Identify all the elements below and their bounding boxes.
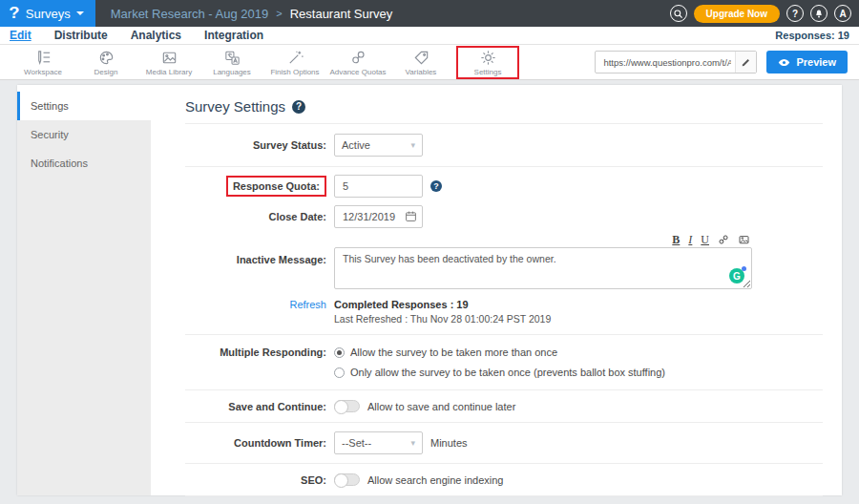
settings-gear-icon: [479, 49, 497, 67]
response-quota-input[interactable]: [334, 175, 423, 198]
languages-icon: [223, 49, 241, 67]
countdown-timer-label: Countdown Timer:: [185, 437, 326, 449]
account-avatar[interactable]: A: [834, 5, 851, 22]
toolbar-item-advance-quotas[interactable]: Advance Quotas: [326, 49, 389, 76]
responses-count[interactable]: Responses: 19: [775, 30, 849, 41]
refresh-link[interactable]: Refresh: [289, 299, 326, 310]
notifications-button[interactable]: [810, 5, 828, 22]
radio-unselected-icon[interactable]: [334, 368, 345, 378]
countdown-minutes-suffix: Minutes: [430, 437, 468, 449]
tab-distribute[interactable]: Distribute: [54, 29, 108, 42]
response-quota-label: Response Quota:: [226, 176, 326, 197]
save-continue-label: Save and Continue:: [185, 401, 326, 412]
toolbar-item-variables[interactable]: Variables: [389, 49, 452, 76]
radio-option-label: Allow the survey to be taken more than o…: [350, 346, 557, 358]
toolbar-label: Advance Quotas: [329, 68, 386, 76]
edit-url-button[interactable]: [735, 52, 756, 73]
breadcrumb-parent-link[interactable]: Market Research - Aug 2019: [111, 7, 268, 21]
save-continue-toggle[interactable]: [334, 400, 360, 412]
toolbar-label: Finish Options: [270, 68, 319, 76]
toolbar-label: Variables: [406, 68, 437, 76]
surveys-menu[interactable]: Surveys: [26, 7, 84, 21]
last-refreshed-text: Last Refreshed : Thu Nov 28 01:00:24 PST…: [334, 313, 551, 325]
response-quota-help-icon[interactable]: ?: [430, 180, 442, 192]
toolbar-item-media-library[interactable]: Media Library: [137, 49, 200, 76]
design-palette-icon: [97, 49, 115, 67]
toolbar-item-design[interactable]: Design: [74, 49, 137, 76]
settings-highlight-box: Settings: [456, 46, 519, 79]
settings-sidebar: Settings Security Notifications: [17, 85, 151, 495]
toolbar-item-settings[interactable]: Settings: [463, 49, 513, 76]
search-button[interactable]: [670, 5, 687, 22]
page-title: Survey Settings: [185, 98, 285, 115]
tab-integration[interactable]: Integration: [204, 29, 263, 42]
settings-panel: Settings Security Notifications Survey S…: [17, 85, 842, 495]
preview-button[interactable]: Preview: [766, 51, 848, 74]
bell-icon: [814, 9, 824, 19]
calendar-icon[interactable]: [405, 210, 417, 222]
radio-option-once-only[interactable]: Only allow the survey to be taken once (…: [334, 367, 665, 378]
seo-text: Allow search engine indexing: [367, 474, 503, 486]
toolbar-label: Media Library: [146, 68, 192, 76]
response-quota-label-wrap: Response Quota:: [185, 176, 326, 197]
survey-url-input[interactable]: [596, 57, 735, 68]
save-continue-text: Allow to save and continue later: [367, 401, 515, 412]
survey-toolbar: Workspace Design Media Library Languages: [0, 45, 859, 80]
question-icon: ?: [792, 9, 798, 19]
tab-analytics[interactable]: Analytics: [131, 29, 181, 42]
sidebar-item-settings[interactable]: Settings: [17, 92, 151, 120]
workspace-icon: [34, 49, 52, 67]
survey-status-select[interactable]: Active ▾: [334, 134, 423, 157]
avatar-letter: A: [839, 9, 846, 19]
countdown-timer-value: --Set--: [342, 437, 371, 449]
breadcrumb-separator: >: [276, 8, 282, 19]
eye-icon: [778, 58, 790, 67]
survey-settings-help-icon[interactable]: ?: [292, 100, 305, 114]
toolbar-label: Design: [94, 68, 118, 76]
advance-quotas-icon: [349, 49, 367, 67]
seo-toggle[interactable]: [334, 473, 360, 486]
toolbar-item-finish-options[interactable]: Finish Options: [263, 49, 326, 76]
media-library-icon: [160, 49, 178, 67]
app-logo-menu[interactable]: ? Surveys: [0, 0, 95, 27]
pencil-icon: [741, 57, 751, 68]
insert-image-button[interactable]: [738, 234, 750, 245]
toolbar-item-workspace[interactable]: Workspace: [11, 49, 74, 76]
breadcrumb: Market Research - Aug 2019 > Restaurant …: [111, 7, 393, 21]
preview-label: Preview: [796, 56, 836, 68]
insert-link-button[interactable]: [718, 234, 729, 245]
chevron-down-icon: [76, 11, 84, 15]
survey-status-value: Active: [342, 139, 370, 151]
chevron-down-icon: ▾: [410, 140, 415, 150]
surveys-menu-label: Surveys: [26, 7, 71, 21]
toolbar-item-languages[interactable]: Languages: [200, 49, 263, 76]
search-icon: [673, 9, 683, 19]
breadcrumb-current: Restaurant Survey: [290, 7, 393, 21]
tab-edit[interactable]: Edit: [10, 29, 31, 42]
completed-responses-text: Completed Responses : 19: [334, 299, 469, 310]
survey-status-label: Survey Status:: [185, 139, 326, 151]
settings-content: Survey Settings ? Survey Status: Active …: [151, 85, 842, 495]
survey-url-field: [595, 51, 757, 74]
seo-label: SEO:: [185, 474, 326, 486]
radio-option-multiple-allowed[interactable]: Allow the survey to be taken more than o…: [334, 346, 665, 358]
radio-option-label: Only allow the survey to be taken once (…: [350, 367, 665, 378]
questionpro-logo-icon: ?: [9, 5, 19, 22]
sidebar-item-notifications[interactable]: Notifications: [17, 149, 151, 178]
sidebar-item-security[interactable]: Security: [17, 120, 151, 149]
help-button[interactable]: ?: [786, 5, 804, 22]
toolbar-label: Workspace: [24, 68, 62, 76]
bold-button[interactable]: B: [672, 234, 680, 245]
underline-button[interactable]: U: [701, 234, 709, 245]
radio-selected-icon[interactable]: [334, 347, 345, 358]
upgrade-now-button[interactable]: Upgrade Now: [694, 5, 780, 23]
primary-nav: Edit Distribute Analytics Integration Re…: [0, 27, 859, 45]
inactive-message-textarea[interactable]: This Survey has been deactivated by the …: [334, 247, 752, 289]
italic-button[interactable]: I: [688, 234, 692, 245]
grammarly-icon[interactable]: G: [729, 268, 744, 284]
message-editor-toolbar: B I U: [334, 233, 752, 247]
chevron-down-icon: ▾: [410, 438, 415, 448]
countdown-timer-select[interactable]: --Set-- ▾: [334, 431, 423, 454]
variables-tag-icon: [412, 49, 430, 67]
toolbar-label: Settings: [474, 68, 502, 76]
